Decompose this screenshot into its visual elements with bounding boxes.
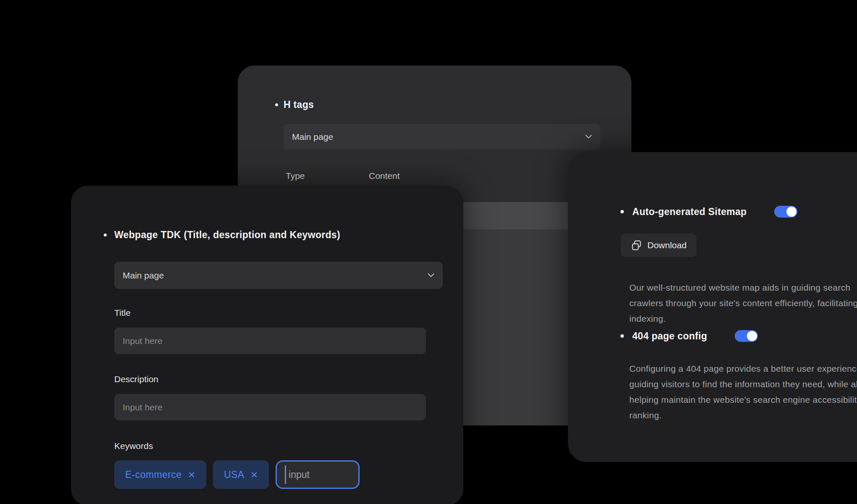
remove-tag-icon[interactable]: ✕	[250, 470, 258, 479]
remove-tag-icon[interactable]: ✕	[188, 470, 195, 479]
tdk-panel: Webpage TDK (Title, description and Keyw…	[71, 186, 463, 504]
title-input[interactable]	[114, 328, 426, 354]
settings-panel: Auto-generated Sitemap Download Our well…	[568, 152, 857, 462]
text-caret	[285, 465, 286, 484]
copy-icon	[631, 240, 642, 251]
keyword-tag-label: USA	[224, 469, 244, 480]
new-keyword-input[interactable]: input	[276, 460, 360, 489]
htags-heading: H tags	[275, 99, 314, 110]
description-label: Description	[114, 374, 158, 384]
sitemap-toggle[interactable]	[774, 206, 797, 218]
chevron-down-icon	[428, 273, 434, 277]
htags-column-header-content: Content	[369, 171, 400, 181]
htags-column-header-type: Type	[286, 171, 305, 181]
tdk-heading: Webpage TDK (Title, description and Keyw…	[104, 229, 340, 241]
new-keyword-value: input	[289, 469, 310, 480]
tdk-page-dropdown[interactable]: Main page	[114, 262, 443, 289]
htags-heading-label: H tags	[284, 99, 314, 110]
toggle-knob	[786, 207, 797, 217]
sitemap-heading-label: Auto-generated Sitemap	[632, 206, 747, 218]
download-button[interactable]: Download	[621, 234, 697, 257]
page404-toggle[interactable]	[735, 330, 758, 342]
keywords-label: Keywords	[114, 441, 153, 451]
bullet-icon	[620, 334, 624, 338]
tdk-heading-label: Webpage TDK (Title, description and Keyw…	[114, 229, 340, 241]
keywords-chip-row: E-commerce ✕ USA ✕ input	[114, 460, 360, 489]
tdk-page-dropdown-value: Main page	[123, 270, 164, 281]
chevron-down-icon	[585, 135, 592, 139]
page404-heading-row: 404 page config	[620, 330, 758, 342]
toggle-knob	[747, 331, 757, 341]
bullet-icon	[275, 103, 278, 106]
keyword-tag-usa: USA ✕	[213, 460, 269, 489]
page404-description: Configuring a 404 page provides a better…	[629, 361, 857, 423]
keyword-tag-label: E-commerce	[125, 469, 181, 480]
bullet-icon	[620, 210, 624, 213]
sitemap-heading-row: Auto-generated Sitemap	[620, 205, 797, 218]
title-label: Title	[114, 308, 131, 318]
page404-heading-label: 404 page config	[632, 331, 707, 342]
bullet-icon	[104, 234, 107, 236]
download-button-label: Download	[647, 240, 686, 250]
sitemap-description: Our well-structured website map aids in …	[629, 280, 857, 326]
description-input[interactable]	[114, 394, 426, 420]
page: H tags Main page Type Content Auto-gener…	[0, 0, 857, 504]
htags-page-dropdown-value: Main page	[292, 132, 333, 142]
htags-page-dropdown[interactable]: Main page	[284, 124, 600, 150]
keyword-tag-ecommerce: E-commerce ✕	[114, 460, 206, 489]
